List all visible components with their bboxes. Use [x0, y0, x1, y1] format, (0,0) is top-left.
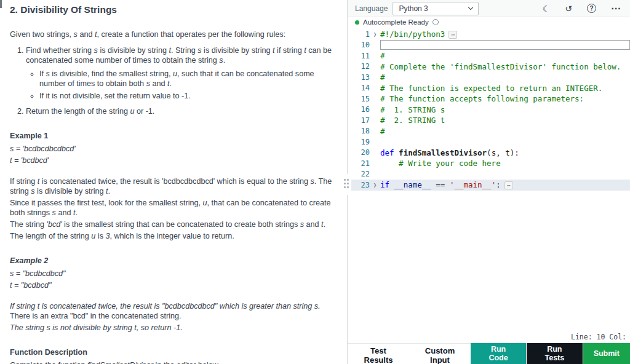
editor-header: Language Python 3 ☾ ↺ ? ⋯: [348, 0, 630, 17]
line-number: 11: [348, 52, 370, 60]
dark-mode-icon[interactable]: ☾: [543, 4, 551, 13]
code-line[interactable]: 18#: [348, 126, 630, 137]
help-icon[interactable]: ?: [587, 4, 596, 13]
tab-custom-input[interactable]: Custom Input: [409, 344, 471, 364]
scrollbar-thumb[interactable]: [0, 0, 2, 8]
tab-test-results[interactable]: Test Results: [348, 344, 409, 364]
paragraph: Given two strings, s and t, create a fun…: [10, 30, 337, 39]
code-editor[interactable]: 1❯#!/bin/python3⋯1011#12# Complete the '…: [348, 27, 630, 331]
footer-buttons: Run CodeRun TestsSubmit: [471, 343, 630, 364]
line-number: 12: [348, 62, 370, 71]
problem-title: 2. Divisibility Of Strings: [10, 5, 337, 15]
code-line[interactable]: 20def findSmallestDivisor(s, t):: [348, 148, 630, 159]
code-line[interactable]: 16# 1. STRING s: [348, 105, 630, 116]
code-text[interactable]: #!/bin/python3⋯: [380, 30, 630, 39]
code-line[interactable]: 13#: [348, 72, 630, 83]
autocomplete-info-icon[interactable]: [433, 19, 439, 25]
app-window: 2. Divisibility Of Strings Given two str…: [0, 0, 630, 364]
run-tests-button[interactable]: Run Tests: [527, 343, 583, 364]
paragraph: s = 'bcdbcdbcdbcd': [10, 144, 337, 154]
editor-footer: Test ResultsCustom Input Run CodeRun Tes…: [348, 343, 630, 364]
code-text[interactable]: # Write your code here: [380, 159, 630, 168]
code-line[interactable]: 19: [348, 136, 630, 148]
cursor-position-status: Line: 10 Col:: [348, 331, 630, 343]
paragraph: The string s is not divisible by string …: [10, 323, 337, 333]
code-line[interactable]: 10: [348, 40, 630, 51]
line-number: 17: [348, 116, 370, 125]
resize-handle[interactable]: [343, 174, 351, 195]
section-heading: Example 1: [10, 131, 337, 141]
code-text[interactable]: # The function is expected to return an …: [380, 84, 630, 93]
paragraph: The length of the string u is 3, which i…: [10, 231, 337, 241]
code-line[interactable]: 22: [348, 169, 630, 180]
code-text[interactable]: #: [380, 127, 630, 136]
sub-list-item: If it is not divisible, set the return v…: [39, 91, 337, 101]
paragraph: If string t is concatenated twice, the r…: [10, 301, 337, 321]
paragraph: t = "bcdbcd": [10, 280, 337, 290]
section-heading: Function Description: [10, 347, 337, 357]
left-scrollbar[interactable]: [0, 0, 2, 364]
line-number: 21: [348, 159, 370, 168]
footer-tabs: Test ResultsCustom Input: [348, 343, 471, 364]
autocomplete-bar: Autocomplete Ready: [348, 17, 630, 27]
submit-button[interactable]: Submit: [583, 343, 630, 364]
line-number: 19: [348, 138, 370, 146]
language-label: Language: [355, 4, 388, 13]
editor-panel: Language Python 3 ☾ ↺ ? ⋯ Autocomplete R…: [348, 0, 630, 364]
section-heading: Example 2: [10, 256, 337, 266]
paragraph: Complete the function findSmallestDiviso…: [10, 360, 337, 364]
line-number: 10: [348, 41, 370, 49]
code-line[interactable]: 12# Complete the 'findSmallestDivisor' f…: [348, 61, 630, 73]
code-text[interactable]: # 1. STRING s: [380, 105, 630, 114]
code-line[interactable]: 17# 2. STRING t: [348, 115, 630, 126]
line-number: 18: [348, 127, 370, 135]
run-code-button[interactable]: Run Code: [471, 343, 526, 364]
more-options-icon[interactable]: ⋯: [611, 4, 621, 13]
code-line[interactable]: 15# The function accepts following param…: [348, 93, 630, 105]
paragraph: Since it passes the first test, look for…: [10, 198, 337, 218]
line-number: 20: [348, 148, 370, 157]
paragraph: The string 'bcd' is the smallest string …: [10, 220, 337, 229]
code-line[interactable]: 23❯if __name__ == '__main__':⋯: [348, 180, 630, 191]
paragraph: If string t is concatenated twice, the r…: [10, 176, 337, 196]
line-number: 16: [348, 105, 370, 114]
list-item: Find whether string s is divisible by st…: [26, 46, 337, 101]
line-number: 1: [348, 30, 370, 39]
code-text[interactable]: #: [380, 73, 630, 82]
code-line[interactable]: 21 # Write your code here: [348, 158, 630, 169]
panel-divider: [347, 0, 348, 364]
code-text[interactable]: #: [380, 51, 630, 60]
problem-panel: 2. Divisibility Of Strings Given two str…: [2, 0, 347, 364]
code-text[interactable]: def findSmallestDivisor(s, t):: [380, 148, 630, 157]
folded-code-ellipsis-icon[interactable]: ⋯: [449, 31, 457, 39]
language-select[interactable]: Python 3: [393, 2, 479, 15]
autocomplete-status-dot: [355, 20, 359, 25]
code-text[interactable]: if __name__ == '__main__':⋯: [380, 180, 630, 189]
line-number: 15: [348, 95, 370, 103]
code-text[interactable]: # The function accepts following paramet…: [380, 94, 630, 103]
chevron-down-icon: [468, 5, 473, 10]
fold-chevron-icon[interactable]: ❯: [370, 182, 380, 188]
rules-list: Find whether string s is divisible by st…: [10, 46, 337, 116]
list-item: Return the length of the string u or -1.: [26, 106, 337, 116]
line-number: 13: [348, 73, 370, 82]
paragraph: t = 'bcdbcd': [10, 156, 337, 165]
code-text[interactable]: # 2. STRING t: [380, 116, 630, 125]
code-lines: 1❯#!/bin/python3⋯1011#12# Complete the '…: [348, 29, 630, 191]
current-line-box[interactable]: [380, 40, 630, 50]
code-text[interactable]: # Complete the 'findSmallestDivisor' fun…: [380, 62, 630, 71]
reset-code-icon[interactable]: ↺: [565, 4, 572, 13]
problem-blocks: Given two strings, s and t, create a fun…: [10, 30, 337, 364]
code-line[interactable]: 14# The function is expected to return a…: [348, 83, 630, 94]
autocomplete-status-text: Autocomplete Ready: [363, 18, 429, 26]
fold-chevron-icon[interactable]: ❯: [370, 31, 380, 38]
code-line[interactable]: 11#: [348, 50, 630, 61]
folded-code-ellipsis-icon[interactable]: ⋯: [504, 181, 513, 189]
language-value: Python 3: [399, 4, 428, 13]
sub-list-item: If s is divisible, find the smallest str…: [39, 69, 337, 89]
line-number: 14: [348, 84, 370, 92]
paragraph: s = "bcdbcdbcd": [10, 269, 337, 279]
code-line[interactable]: 1❯#!/bin/python3⋯: [348, 29, 630, 40]
